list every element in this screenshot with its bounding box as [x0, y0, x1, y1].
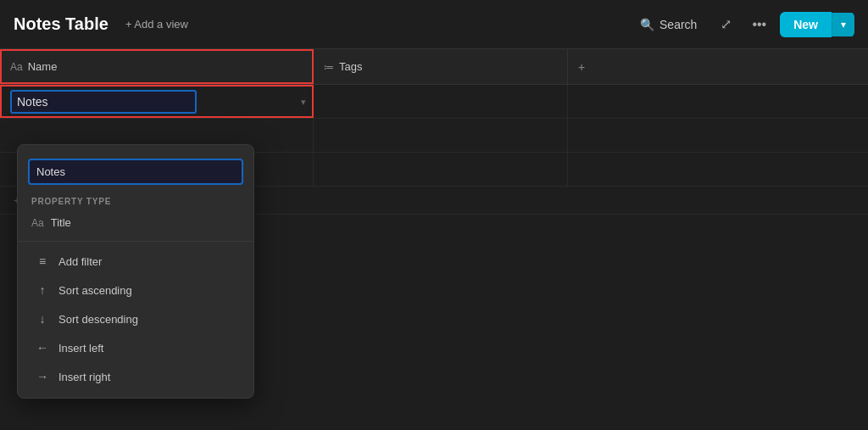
dropdown-item-add-filter[interactable]: ≡ Add filter [21, 247, 250, 276]
table-row: Notes ▾ [0, 85, 868, 119]
dropdown-input-row [18, 152, 253, 188]
dropdown-item-label: Sort descending [58, 313, 138, 326]
dropdown-divider [18, 241, 253, 242]
page-title: Notes Table [14, 14, 108, 34]
title-type-icon: Aa [31, 217, 44, 229]
app-header: Notes Table + Add a view 🔍 Search ⤢ ••• … [0, 0, 868, 49]
new-button-chevron[interactable]: ▾ [832, 13, 854, 36]
more-options-button[interactable]: ••• [745, 12, 773, 37]
header-right: 🔍 Search ⤢ ••• New ▾ [630, 11, 854, 37]
notes-input-box[interactable]: Notes [10, 90, 197, 114]
dropdown-item-insert-right[interactable]: → Insert right [21, 362, 250, 391]
cell-tags-notes[interactable] [314, 85, 568, 118]
new-button[interactable]: New [780, 12, 832, 37]
more-icon: ••• [752, 17, 766, 31]
dropdown-item-sort-ascending[interactable]: ↑ Sort ascending [21, 276, 250, 304]
dropdown-item-label: Insert right [58, 371, 110, 383]
chevron-down-icon: ▾ [841, 19, 846, 31]
sort-descending-icon: ↓ [35, 312, 50, 326]
field-name-input[interactable] [28, 159, 243, 185]
add-column-icon: + [578, 60, 585, 74]
table-header: Aa Name ≔ Tags + [0, 49, 868, 85]
property-type-label: PROPERTY TYPE [18, 188, 253, 209]
add-column-button[interactable]: + [568, 49, 595, 84]
property-type-value: Title [51, 216, 71, 229]
expand-cell-icon: ▾ [301, 96, 306, 107]
text-type-icon: Aa [10, 61, 23, 73]
dropdown-item-label: Sort ascending [58, 284, 132, 297]
add-view-button[interactable]: + Add a view [119, 14, 195, 34]
dropdown-item-sort-descending[interactable]: ↓ Sort descending [21, 304, 250, 333]
new-button-group: New ▾ [780, 12, 854, 37]
cell-name-notes[interactable]: Notes ▾ [0, 85, 314, 118]
dropdown-item-label: Add filter [58, 255, 102, 268]
sort-ascending-icon: ↑ [35, 283, 50, 297]
search-button[interactable]: 🔍 Search [630, 13, 707, 36]
column-context-menu: PROPERTY TYPE Aa Title ≡ Add filter ↑ So… [17, 144, 254, 399]
expand-button[interactable]: ⤢ [714, 11, 738, 37]
expand-icon: ⤢ [721, 17, 732, 31]
tags-icon: ≔ [324, 61, 334, 73]
dropdown-item-insert-left[interactable]: ← Insert left [21, 333, 250, 362]
notes-input-value: Notes [17, 95, 48, 109]
cell-tags-empty-2[interactable] [314, 153, 568, 186]
property-type-row[interactable]: Aa Title [18, 209, 253, 236]
column-tags-label: Tags [339, 60, 362, 73]
search-label: Search [659, 18, 697, 31]
dropdown-item-label: Insert left [58, 342, 103, 355]
insert-left-icon: ← [35, 341, 50, 355]
column-name-label: Name [28, 60, 58, 73]
column-header-name[interactable]: Aa Name [0, 49, 314, 84]
search-icon: 🔍 [640, 18, 654, 31]
table-container: Aa Name ≔ Tags + Notes ▾ + [0, 49, 868, 430]
filter-icon: ≡ [35, 254, 50, 268]
insert-right-icon: → [35, 370, 50, 383]
column-header-tags[interactable]: ≔ Tags [314, 49, 568, 84]
header-left: Notes Table + Add a view [14, 14, 195, 34]
cell-tags-empty-1[interactable] [314, 119, 568, 152]
